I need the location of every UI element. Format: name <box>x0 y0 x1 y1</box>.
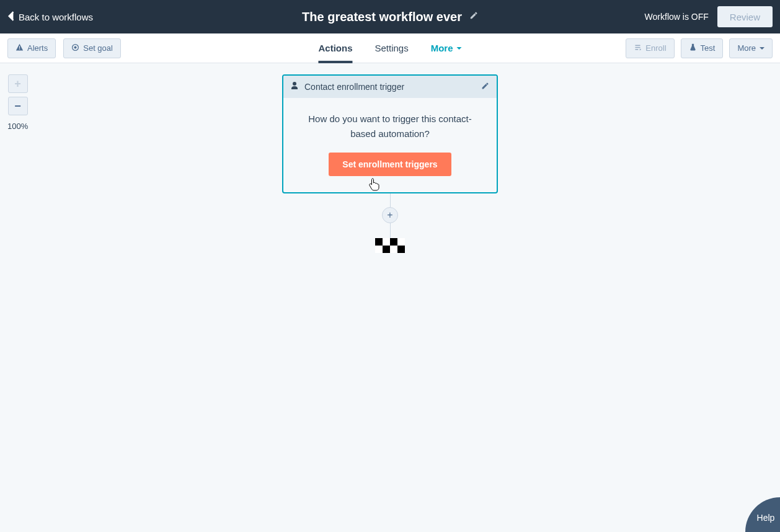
plus-icon: + <box>387 210 392 221</box>
topbar-right: Workflow is OFF Review <box>645 6 773 27</box>
svg-point-1 <box>74 46 77 48</box>
canvas[interactable]: + − 100% Contact enrollment trigger How … <box>0 63 780 532</box>
warning-icon <box>16 43 24 53</box>
zoom-out-button[interactable]: − <box>8 97 28 115</box>
back-to-workflows-link[interactable]: Back to workflows <box>7 11 93 23</box>
test-label: Test <box>701 43 716 53</box>
help-button[interactable]: Help <box>745 497 780 532</box>
more-label: More <box>737 43 756 53</box>
enroll-button[interactable]: Enroll <box>626 38 674 58</box>
tabs: Actions Settings More <box>318 33 461 63</box>
toolbar-left: Alerts Set goal <box>7 38 121 58</box>
tab-settings[interactable]: Settings <box>374 33 408 63</box>
enroll-label: Enroll <box>645 43 666 53</box>
zoom-in-button[interactable]: + <box>8 74 28 93</box>
enrollment-trigger-card[interactable]: Contact enrollment trigger How do you wa… <box>282 74 498 193</box>
connector-line <box>390 193 391 207</box>
alerts-label: Alerts <box>27 43 48 53</box>
flask-icon <box>689 43 697 53</box>
secondary-toolbar: Alerts Set goal Actions Settings More En… <box>0 33 780 63</box>
target-icon <box>71 43 79 53</box>
tab-settings-label: Settings <box>374 43 408 53</box>
zoom-percent: 100% <box>7 122 28 131</box>
set-goal-label: Set goal <box>83 43 113 53</box>
connector-line <box>390 223 391 238</box>
finish-flag-icon <box>375 238 405 253</box>
workflow-status: Workflow is OFF <box>645 12 709 22</box>
zoom-controls: + − 100% <box>7 74 28 131</box>
trigger-card-header: Contact enrollment trigger <box>283 76 497 98</box>
tab-more[interactable]: More <box>431 33 462 63</box>
flow-column: Contact enrollment trigger How do you wa… <box>282 74 498 253</box>
review-button[interactable]: Review <box>717 6 773 27</box>
trigger-prompt: How do you want to trigger this contact-… <box>296 112 484 141</box>
alerts-button[interactable]: Alerts <box>7 38 56 58</box>
set-goal-button[interactable]: Set goal <box>63 38 121 58</box>
add-action-button[interactable]: + <box>382 207 398 223</box>
more-dropdown[interactable]: More <box>729 38 773 58</box>
back-label: Back to workflows <box>19 12 93 22</box>
person-icon <box>291 81 298 92</box>
test-button[interactable]: Test <box>681 38 724 58</box>
minus-icon: − <box>14 100 21 113</box>
workflow-title: The greatest workflow ever <box>302 10 462 24</box>
plus-icon: + <box>14 78 21 91</box>
help-label: Help <box>757 513 775 523</box>
workflow-title-wrap: The greatest workflow ever <box>302 10 478 24</box>
caret-down-icon <box>457 47 462 52</box>
top-bar: Back to workflows The greatest workflow … <box>0 0 780 33</box>
toolbar-right: Enroll Test More <box>626 38 773 58</box>
chevron-left-icon <box>7 11 15 23</box>
tab-actions-label: Actions <box>318 43 352 53</box>
tab-more-label: More <box>431 43 453 53</box>
caret-down-icon <box>760 47 764 52</box>
pencil-icon[interactable] <box>481 81 489 92</box>
trigger-card-body: How do you want to trigger this contact-… <box>283 98 497 192</box>
set-enrollment-triggers-button[interactable]: Set enrollment triggers <box>329 153 451 176</box>
pencil-icon[interactable] <box>469 11 478 22</box>
trigger-card-title: Contact enrollment trigger <box>304 82 475 92</box>
enroll-icon <box>634 43 642 53</box>
tab-actions[interactable]: Actions <box>318 33 352 63</box>
